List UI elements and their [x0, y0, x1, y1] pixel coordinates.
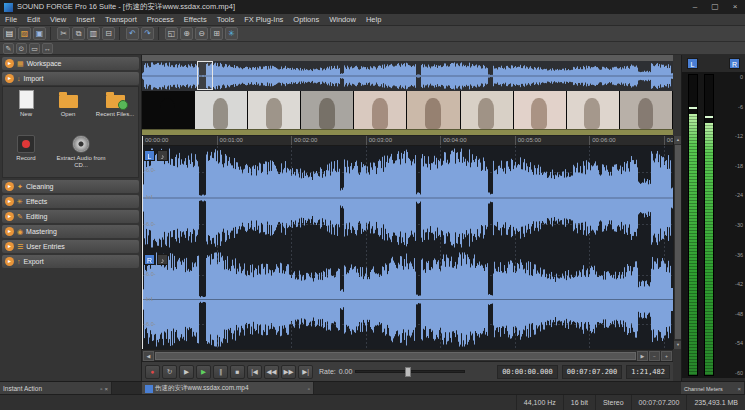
import-new-button[interactable]: New — [7, 90, 45, 118]
open-file-icon[interactable]: ▨ — [18, 27, 31, 40]
auto-ripple-icon[interactable]: ✳ — [225, 27, 238, 40]
trim-icon[interactable]: ⊟ — [102, 27, 115, 40]
pause-button[interactable]: ∥ — [213, 365, 228, 379]
copy-icon[interactable]: ⧉ — [72, 27, 85, 40]
menu-item[interactable]: Effects — [179, 15, 212, 24]
import-record-button[interactable]: Record — [7, 135, 45, 162]
video-thumbnail[interactable] — [514, 91, 567, 129]
save-icon[interactable]: ▣ — [33, 27, 46, 40]
timeline-ruler[interactable]: 00:00:0000:01:0000:02:0000:03:0000:04:00… — [142, 136, 673, 146]
menu-item[interactable]: Transport — [100, 15, 142, 24]
zoom-out-button[interactable]: − — [649, 351, 660, 361]
snap-icon[interactable]: ⊞ — [210, 27, 223, 40]
menu-item[interactable]: Help — [361, 15, 386, 24]
import-open-button[interactable]: Open — [49, 90, 87, 118]
time-current-display[interactable]: 00:00:00.000 — [497, 365, 558, 379]
left-channel-speaker-icon[interactable]: ♪ — [157, 150, 168, 161]
video-thumbnail[interactable] — [620, 91, 673, 129]
sidebar-section-effects[interactable]: ▸ ✳ Effects — [2, 195, 139, 208]
close-panel-icon[interactable]: × — [737, 386, 741, 392]
video-thumbnail[interactable] — [195, 91, 248, 129]
play-button[interactable]: ▶ — [196, 365, 211, 379]
paste-icon[interactable]: ▥ — [87, 27, 100, 40]
menu-item[interactable]: Window — [324, 15, 361, 24]
video-thumbnail[interactable] — [354, 91, 407, 129]
meter-right-label[interactable]: R — [729, 58, 740, 69]
close-panel-icon[interactable]: × — [104, 386, 108, 392]
sidebar-section-mastering[interactable]: ▸ ◉ Mastering — [2, 225, 139, 238]
menu-item[interactable]: File — [0, 15, 22, 24]
menu-item[interactable]: View — [45, 15, 71, 24]
loop-playback-button[interactable]: ↻ — [162, 365, 177, 379]
overview-position-marker[interactable] — [197, 61, 213, 90]
rewind-button[interactable]: ◀◀ — [264, 365, 279, 379]
sidebar-section-editing[interactable]: ▸ ✎ Editing — [2, 210, 139, 223]
sidebar-section-workspace[interactable]: ▸ ▦ Workspace — [2, 57, 139, 70]
video-thumbnail[interactable] — [301, 91, 354, 129]
stop-button[interactable]: ■ — [230, 365, 245, 379]
magnify-tool-icon[interactable]: ⊙ — [16, 43, 27, 54]
left-channel-badge[interactable]: L — [144, 150, 155, 161]
undo-icon[interactable]: ↶ — [126, 27, 139, 40]
record-button[interactable]: ● — [145, 365, 160, 379]
loop-region-bar[interactable] — [142, 129, 673, 136]
expand-arrow-icon: ▸ — [5, 197, 14, 206]
menubar: FileEditViewInsertTransportProcessEffect… — [0, 14, 745, 26]
sidebar-section-cleaning[interactable]: ▸ ✦ Cleaning — [2, 180, 139, 193]
forward-button[interactable]: ▶▶ — [281, 365, 296, 379]
import-extract-cd-button[interactable]: Extract Audio from CD... — [49, 135, 113, 169]
cut-icon[interactable]: ✂ — [57, 27, 70, 40]
video-thumbnail[interactable] — [461, 91, 514, 129]
right-channel-badge[interactable]: R — [144, 254, 155, 265]
pan-tool-icon[interactable]: ↔ — [42, 43, 53, 54]
import-recent-files-button[interactable]: Recent Files... — [91, 90, 139, 118]
play-all-button[interactable]: ▶ — [179, 365, 194, 379]
go-to-start-button[interactable]: |◀ — [247, 365, 262, 379]
overview-waveform[interactable] — [142, 61, 673, 91]
video-thumbnail[interactable] — [407, 91, 460, 129]
waveform-right-channel[interactable] — [142, 250, 673, 349]
envelope-tool-icon[interactable]: ▭ — [29, 43, 40, 54]
waveform-left-channel[interactable] — [142, 146, 673, 250]
statusbar-item: Stereo — [595, 395, 631, 410]
zoom-in-icon[interactable]: ⊕ — [180, 27, 193, 40]
sidebar-section-export[interactable]: ▸ ↑ Export — [2, 255, 139, 268]
menu-item[interactable]: Process — [142, 15, 179, 24]
rate-slider-thumb[interactable] — [405, 367, 411, 377]
scroll-right-button[interactable]: ▶ — [637, 351, 648, 361]
sidebar-section-user-entries[interactable]: ▸ ☰ User Entries — [2, 240, 139, 253]
maximize-button[interactable]: ▢ — [705, 0, 725, 14]
video-thumbnail[interactable] — [567, 91, 620, 129]
right-channel-speaker-icon[interactable]: ♪ — [157, 254, 168, 265]
close-button[interactable]: × — [725, 0, 745, 14]
new-file-icon[interactable]: ▤ — [3, 27, 16, 40]
go-to-end-button[interactable]: ▶| — [298, 365, 313, 379]
undock-icon[interactable]: ▫ — [100, 386, 102, 392]
rate-slider[interactable] — [355, 370, 465, 373]
menu-item[interactable]: Tools — [212, 15, 240, 24]
video-thumbnail[interactable] — [248, 91, 301, 129]
sidebar-section-import[interactable]: ▸ ↓ Import — [2, 72, 139, 85]
section-label: Workspace — [27, 60, 62, 67]
zoom-selection-icon[interactable]: ◱ — [165, 27, 178, 40]
menu-item[interactable]: Edit — [22, 15, 45, 24]
undock-icon[interactable]: ▫ — [308, 386, 310, 392]
video-thumbnail[interactable] — [142, 91, 195, 129]
zoom-out-icon[interactable]: ⊖ — [195, 27, 208, 40]
scroll-track[interactable] — [155, 352, 636, 360]
scroll-left-button[interactable]: ◀ — [143, 351, 154, 361]
meter-left-label[interactable]: L — [687, 58, 698, 69]
zoom-in-button[interactable]: + — [661, 351, 672, 361]
redo-icon[interactable]: ↷ — [141, 27, 154, 40]
edit-tool-icon[interactable]: ✎ — [3, 43, 14, 54]
import-item-label: Recent Files... — [96, 111, 134, 118]
menu-item[interactable]: Insert — [71, 15, 100, 24]
scroll-thumb[interactable] — [155, 352, 636, 360]
ruler-time-label: 00:02:00 — [291, 136, 366, 145]
minimize-button[interactable]: – — [685, 0, 705, 14]
menu-item[interactable]: FX Plug-Ins — [239, 15, 288, 24]
menu-item[interactable]: Options — [288, 15, 324, 24]
meter-body[interactable]: 0-6-12-18-24-30-36-42-48-54-60 — [682, 72, 745, 378]
ruler-time-label: 00:03:00 — [366, 136, 441, 145]
playback-cursor[interactable] — [142, 136, 143, 349]
